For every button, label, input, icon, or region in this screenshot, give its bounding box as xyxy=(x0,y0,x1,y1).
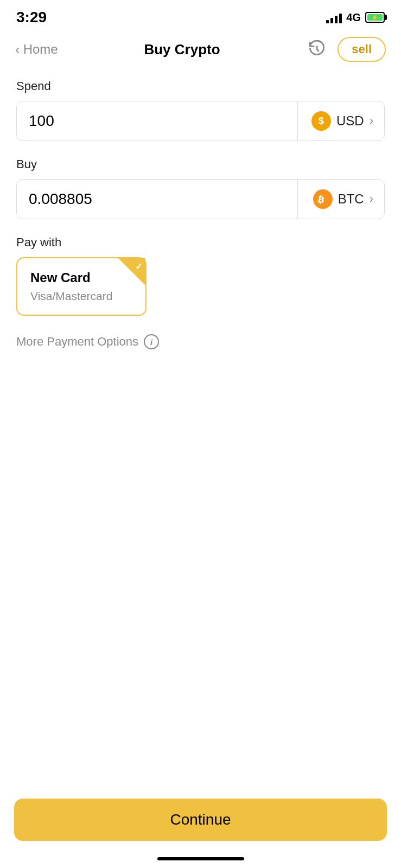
buy-label: Buy xyxy=(16,157,385,171)
spend-amount-input[interactable] xyxy=(17,112,297,130)
buy-input-row: BTC › xyxy=(16,179,385,219)
back-chevron-icon: ‹ xyxy=(15,42,20,56)
status-icons: 4G ⚡ xyxy=(326,11,385,24)
signal-bars-icon xyxy=(326,11,342,23)
nav-bar: ‹ Home Buy Crypto sell xyxy=(0,30,401,68)
nav-actions: sell xyxy=(306,37,386,62)
spend-label: Spend xyxy=(16,79,385,93)
payment-card-title: New Card xyxy=(30,270,132,285)
network-label: 4G xyxy=(346,11,361,24)
payment-card-subtitle: Visa/Mastercard xyxy=(30,290,132,303)
payment-card-check-icon: ✓ xyxy=(118,258,145,285)
pay-with-section: Pay with ✓ New Card Visa/Mastercard More… xyxy=(16,235,385,349)
more-payment-label: More Payment Options xyxy=(16,335,138,349)
sell-button[interactable]: sell xyxy=(338,37,386,62)
buy-section: Buy BTC › xyxy=(16,157,385,219)
back-button[interactable]: ‹ Home xyxy=(15,42,58,57)
spend-input-row: $ USD › xyxy=(16,101,385,141)
more-payment-options-button[interactable]: More Payment Options i xyxy=(16,334,385,349)
buy-currency-label: BTC xyxy=(338,192,364,207)
info-icon: i xyxy=(144,334,159,349)
buy-amount-input[interactable] xyxy=(17,190,297,208)
spend-currency-selector[interactable]: $ USD › xyxy=(297,101,384,141)
btc-icon xyxy=(313,189,333,209)
buy-currency-chevron-icon: › xyxy=(370,192,373,206)
main-content: Spend $ USD › Buy BTC › xyxy=(0,68,401,349)
back-label: Home xyxy=(23,42,58,57)
spend-currency-chevron-icon: › xyxy=(370,114,373,128)
battery-icon: ⚡ xyxy=(365,12,385,23)
page-title: Buy Crypto xyxy=(144,41,220,58)
pay-with-label: Pay with xyxy=(16,235,385,250)
usd-icon: $ xyxy=(311,111,331,131)
buy-currency-selector[interactable]: BTC › xyxy=(297,180,384,219)
spend-currency-label: USD xyxy=(336,113,364,129)
home-indicator xyxy=(157,857,244,860)
continue-button[interactable]: Continue xyxy=(14,799,387,841)
payment-card-new-card[interactable]: ✓ New Card Visa/Mastercard xyxy=(16,257,147,316)
status-bar: 3:29 4G ⚡ xyxy=(0,0,401,30)
history-button[interactable] xyxy=(306,39,328,60)
spend-section: Spend $ USD › xyxy=(16,79,385,141)
status-time: 3:29 xyxy=(16,9,47,26)
